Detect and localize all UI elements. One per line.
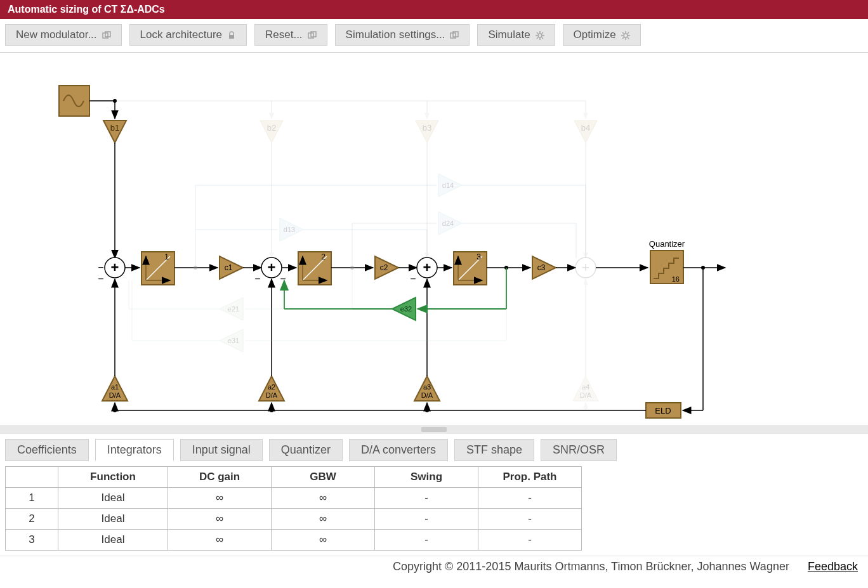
int2-index: 2 bbox=[321, 252, 326, 261]
cell-dc_gain[interactable]: ∞ bbox=[168, 488, 272, 509]
c2-label: c2 bbox=[380, 263, 388, 272]
sum-node-4-faded: + bbox=[575, 258, 596, 278]
svg-text:−: − bbox=[280, 273, 286, 284]
tab-quantizer[interactable]: Quantizer bbox=[269, 439, 343, 461]
gear-icon bbox=[536, 30, 544, 39]
svg-text:−: − bbox=[98, 262, 103, 273]
svg-text:−: − bbox=[98, 273, 103, 284]
coeff-c2[interactable]: c2 bbox=[375, 256, 398, 279]
cell-function[interactable]: Ideal bbox=[58, 488, 168, 509]
coeff-b1[interactable]: b1 bbox=[103, 121, 126, 143]
coeff-c3[interactable]: c3 bbox=[532, 256, 556, 279]
cell-function[interactable]: Ideal bbox=[58, 509, 168, 530]
quantizer-title: Quantizer bbox=[649, 239, 685, 249]
splitter[interactable] bbox=[0, 425, 868, 434]
lock-architecture-label: Lock architecture bbox=[140, 29, 222, 41]
dac-a4-faded: a4 D/A bbox=[573, 279, 598, 410]
col-header: Swing bbox=[375, 467, 478, 488]
svg-rect-2 bbox=[229, 35, 234, 39]
new-modulator-label: New modulator... bbox=[16, 29, 97, 41]
tab-input-signal[interactable]: Input signal bbox=[180, 439, 263, 461]
cell-swing[interactable]: - bbox=[375, 488, 478, 509]
cell-prop[interactable]: - bbox=[478, 530, 582, 551]
tab-coefficients[interactable]: Coefficients bbox=[5, 439, 89, 461]
reset-button[interactable]: Reset... bbox=[254, 24, 327, 46]
table-row[interactable]: 3Ideal∞∞-- bbox=[6, 530, 582, 551]
a3-da: D/A bbox=[421, 391, 433, 399]
simulate-button[interactable]: Simulate bbox=[477, 24, 555, 46]
cell-gbw[interactable]: ∞ bbox=[272, 488, 375, 509]
quantizer-block[interactable]: 16 bbox=[650, 251, 683, 284]
reset-label: Reset... bbox=[265, 29, 303, 41]
cell-dc_gain[interactable]: ∞ bbox=[168, 509, 272, 530]
optimize-label: Optimize bbox=[574, 29, 616, 41]
col-header: GBW bbox=[272, 467, 375, 488]
svg-text:b2: b2 bbox=[267, 123, 276, 133]
feedback-link[interactable]: Feedback bbox=[808, 560, 858, 573]
coeff-b2-faded: b2 bbox=[115, 101, 283, 258]
table-row[interactable]: 2Ideal∞∞-- bbox=[6, 509, 582, 530]
popup-icon bbox=[450, 30, 459, 39]
svg-line-23 bbox=[628, 32, 629, 34]
c1-label: c1 bbox=[225, 263, 233, 272]
sum-node-1[interactable]: + − − bbox=[98, 258, 125, 284]
integrator-2[interactable]: 2 bbox=[298, 252, 331, 285]
tab-stf-shape[interactable]: STF shape bbox=[454, 439, 534, 461]
coeff-b4-faded: b4 bbox=[427, 101, 597, 258]
a1-da: D/A bbox=[109, 391, 121, 399]
svg-text:a4: a4 bbox=[582, 383, 589, 391]
new-modulator-button[interactable]: New modulator... bbox=[5, 24, 122, 46]
eld-block[interactable]: ELD bbox=[646, 403, 681, 418]
int1-index: 1 bbox=[164, 252, 169, 261]
optimize-button[interactable]: Optimize bbox=[563, 24, 641, 46]
cell-id[interactable]: 2 bbox=[6, 509, 58, 530]
source-block[interactable] bbox=[59, 86, 89, 116]
splitter-handle[interactable] bbox=[421, 427, 447, 432]
coeff-b3-faded: b3 bbox=[272, 101, 438, 258]
integrator-3[interactable]: 3 bbox=[454, 252, 487, 285]
lock-architecture-button[interactable]: Lock architecture bbox=[129, 24, 247, 46]
sum-node-3[interactable]: + − bbox=[410, 258, 437, 284]
svg-line-24 bbox=[622, 37, 624, 39]
col-header: Prop. Path bbox=[478, 467, 582, 488]
cell-gbw[interactable]: ∞ bbox=[272, 530, 375, 551]
tab-d-a-converters[interactable]: D/A converters bbox=[349, 439, 448, 461]
modulator-diagram[interactable]: b1 b2 b3 b4 + − − 1 c1 + − − 2 c2 + − bbox=[5, 55, 862, 420]
cell-gbw[interactable]: ∞ bbox=[272, 509, 375, 530]
svg-point-16 bbox=[624, 34, 628, 37]
simulate-label: Simulate bbox=[488, 29, 530, 41]
b1-label: b1 bbox=[110, 123, 119, 133]
tab-integrators[interactable]: Integrators bbox=[95, 439, 174, 461]
cell-function[interactable]: Ideal bbox=[58, 530, 168, 551]
cell-prop[interactable]: - bbox=[478, 488, 582, 509]
diagram-area: b1 b2 b3 b4 + − − 1 c1 + − − 2 c2 + − bbox=[0, 53, 868, 425]
svg-text:−: − bbox=[410, 273, 416, 284]
cell-id[interactable]: 1 bbox=[6, 488, 58, 509]
sum-node-2[interactable]: + − − bbox=[254, 258, 286, 284]
col-header: Function bbox=[58, 467, 168, 488]
coeff-d14-faded: d14 bbox=[195, 174, 586, 257]
cell-swing[interactable]: - bbox=[375, 530, 478, 551]
c3-label: c3 bbox=[537, 263, 546, 272]
svg-text:d24: d24 bbox=[442, 219, 454, 227]
tab-snr-osr[interactable]: SNR/OSR bbox=[541, 439, 617, 461]
a1-label: a1 bbox=[111, 383, 119, 391]
cell-swing[interactable]: - bbox=[375, 509, 478, 530]
simulation-settings-button[interactable]: Simulation settings... bbox=[335, 24, 470, 46]
int3-index: 3 bbox=[477, 252, 481, 261]
svg-text:b4: b4 bbox=[581, 123, 590, 133]
integrator-1[interactable]: 1 bbox=[141, 252, 174, 285]
coeff-c1[interactable]: c1 bbox=[220, 256, 243, 279]
cell-id[interactable]: 3 bbox=[6, 530, 58, 551]
cell-prop[interactable]: - bbox=[478, 509, 582, 530]
svg-text:b3: b3 bbox=[423, 123, 431, 133]
dac-a3[interactable]: a3 D/A bbox=[414, 376, 440, 401]
dac-a1[interactable]: a1 D/A bbox=[102, 376, 128, 401]
simulation-settings-label: Simulation settings... bbox=[346, 29, 445, 41]
table-row[interactable]: 1Ideal∞∞-- bbox=[6, 488, 582, 509]
dac-a2[interactable]: a2 D/A bbox=[259, 376, 284, 401]
integrators-table: FunctionDC gainGBWSwingProp. Path 1Ideal… bbox=[5, 466, 582, 551]
svg-text:d13: d13 bbox=[284, 226, 295, 233]
svg-text:d14: d14 bbox=[442, 181, 454, 189]
cell-dc_gain[interactable]: ∞ bbox=[168, 530, 272, 551]
